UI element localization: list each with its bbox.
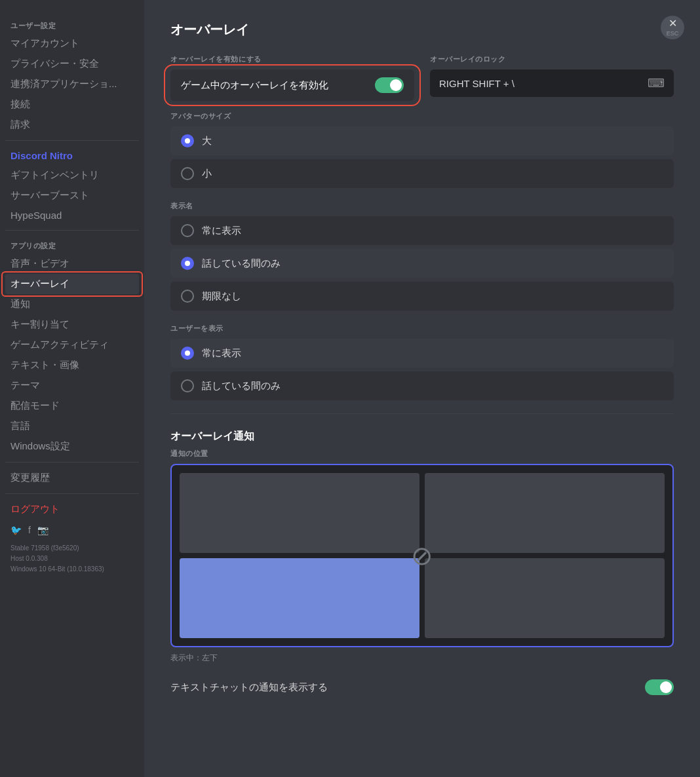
display-position-label: 表示中：左下 [170, 653, 674, 664]
avatar-size-small[interactable]: 小 [170, 159, 674, 188]
sidebar-item-server-boost[interactable]: サーバーブースト [5, 185, 139, 206]
sidebar-item-theme[interactable]: テーマ [5, 375, 139, 396]
text-chat-toggle[interactable]: ✓ [645, 679, 674, 695]
radio-circle-always [181, 224, 194, 237]
sidebar-item-hypesquad[interactable]: HypeSquad [5, 206, 139, 225]
radio-circle-users-talking [181, 379, 194, 392]
section-separator [170, 413, 674, 414]
sidebar-item-overlay[interactable]: オーバーレイ [5, 274, 139, 294]
sidebar-item-privacy-safety[interactable]: プライバシー・安全 [5, 54, 139, 74]
avatar-size-label: アバターのサイズ [170, 111, 674, 121]
notif-corner-top-right[interactable] [425, 473, 665, 553]
toggle-check-icon: ✓ [395, 82, 400, 89]
enable-toggle-row: ゲーム中のオーバーレイを有効化 ✓ [170, 69, 414, 101]
text-chat-toggle-check-icon: ✓ [665, 684, 670, 691]
close-button[interactable]: ✕ ESC [661, 16, 684, 39]
radio-circle-unlimited [181, 290, 194, 303]
overlay-notification-title: オーバーレイ通知 [170, 430, 674, 444]
sidebar: ユーザー設定 マイアカウント プライバシー・安全 連携済アプリケーショ... 接… [0, 0, 144, 777]
sidebar-divider-3 [5, 462, 139, 463]
sidebar-item-gift-inventory[interactable]: ギフトインベントリ [5, 165, 139, 185]
facebook-icon[interactable]: f [28, 525, 31, 535]
lock-section-label: オーバーレイのロック [430, 54, 674, 64]
enable-section-label: オーバーレイを有効にする [170, 54, 414, 64]
social-icons: 🐦 f 📷 [5, 520, 139, 540]
no-entry-icon: ⊘ [411, 540, 433, 571]
sidebar-item-billing[interactable]: 接続 [5, 94, 139, 115]
twitter-icon[interactable]: 🐦 [10, 525, 22, 535]
keybind-value: RIGHT SHIFT + \ [439, 78, 515, 89]
enable-overlay-col: オーバーレイを有効にする ゲーム中のオーバーレイを有効化 ✓ [170, 54, 414, 101]
display-name-group: 常に表示 話している間のみ 期限なし [170, 216, 674, 311]
text-chat-label: テキストチャットの通知を表示する [170, 681, 328, 694]
radio-circle-small [181, 167, 194, 180]
show-users-always[interactable]: 常に表示 [170, 339, 674, 368]
sidebar-item-language[interactable]: 言語 [5, 416, 139, 436]
main-content: ✕ ESC オーバーレイ オーバーレイを有効にする ゲーム中のオーバーレイを有効… [144, 0, 700, 777]
radio-circle-while-talking [181, 257, 194, 270]
sidebar-item-notifications[interactable]: 通知 [5, 294, 139, 314]
notification-position-label: 通知の位置 [170, 449, 674, 459]
keybind-field[interactable]: RIGHT SHIFT + \ ⌨ [430, 69, 674, 97]
sidebar-item-keybinds[interactable]: キー割り当て [5, 314, 139, 335]
radio-circle-large [181, 134, 194, 147]
enable-toggle-label: ゲーム中のオーバーレイを有効化 [181, 79, 328, 92]
avatar-size-group: 大 小 [170, 126, 674, 188]
overlay-lock-col: オーバーレイのロック RIGHT SHIFT + \ ⌨ [430, 54, 674, 101]
enable-toggle[interactable]: ✓ [375, 77, 404, 93]
sidebar-item-voice-video[interactable]: 音声・ビデオ [5, 254, 139, 274]
sidebar-section-app-settings: アプリの設定 [5, 236, 139, 254]
keyboard-icon: ⌨ [648, 76, 665, 90]
sidebar-item-logout[interactable]: ログアウト [5, 499, 139, 520]
sidebar-section-discord-nitro: Discord Nitro [5, 146, 139, 165]
show-users-label: ユーザーを表示 [170, 324, 674, 333]
sidebar-item-windows-settings[interactable]: Windows設定 [5, 436, 139, 457]
sidebar-item-my-account[interactable]: マイアカウント [5, 33, 139, 54]
instagram-icon[interactable]: 📷 [37, 525, 49, 535]
sidebar-item-connections[interactable]: 連携済アプリケーショ... [5, 74, 139, 94]
display-name-always[interactable]: 常に表示 [170, 216, 674, 245]
notif-corner-bottom-left[interactable] [180, 558, 419, 638]
show-users-while-talking[interactable]: 話している間のみ [170, 371, 674, 400]
display-name-while-talking[interactable]: 話している間のみ [170, 249, 674, 278]
sidebar-item-changelog[interactable]: 変更履歴 [5, 468, 139, 488]
sidebar-divider-4 [5, 493, 139, 494]
display-name-label: 表示名 [170, 201, 674, 211]
notif-corner-top-left[interactable] [180, 473, 419, 553]
page-title: オーバーレイ [170, 21, 674, 39]
notif-corner-bottom-right[interactable] [425, 558, 665, 638]
radio-circle-users-always [181, 347, 194, 360]
display-name-unlimited[interactable]: 期限なし [170, 282, 674, 311]
sidebar-section-user-settings: ユーザー設定 [5, 16, 139, 33]
sidebar-item-streamer-mode[interactable]: 配信モード [5, 396, 139, 416]
enable-lock-row: オーバーレイを有効にする ゲーム中のオーバーレイを有効化 ✓ オーバーレイのロッ… [170, 54, 674, 101]
notification-position-grid: ⊘ [170, 464, 674, 647]
sidebar-item-game-activity[interactable]: ゲームアクティビティ [5, 335, 139, 355]
sidebar-divider-1 [5, 140, 139, 141]
version-info: Stable 71958 (f3e5620) Host 0.0.308 Wind… [5, 540, 139, 577]
sidebar-item-billing2[interactable]: 請求 [5, 115, 139, 135]
close-icon: ✕ [669, 18, 677, 29]
sidebar-item-text-images[interactable]: テキスト・画像 [5, 355, 139, 375]
text-chat-toggle-row: テキストチャットの通知を表示する ✓ [170, 674, 674, 700]
show-users-group: 常に表示 話している間のみ [170, 339, 674, 400]
sidebar-divider-2 [5, 230, 139, 231]
avatar-size-large[interactable]: 大 [170, 126, 674, 155]
